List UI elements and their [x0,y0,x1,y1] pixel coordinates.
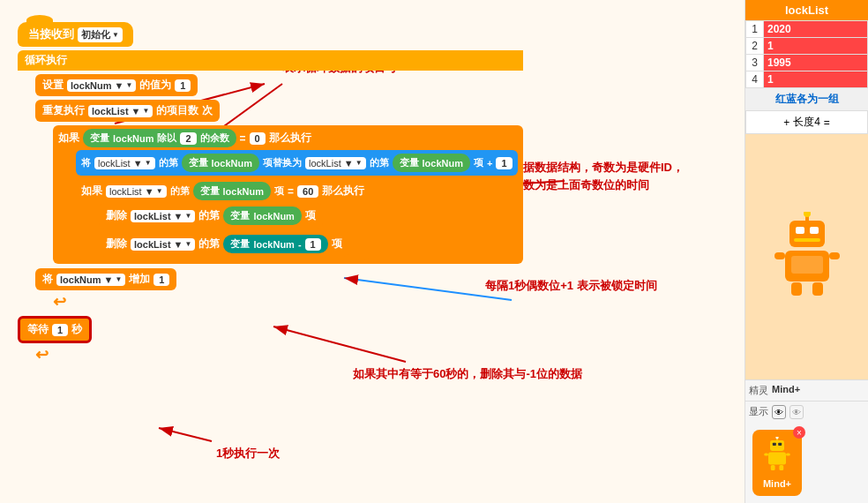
loop-label: 循环执行 [25,54,67,66]
svg-rect-26 [779,465,783,470]
count-label: 的项目数 [156,103,198,118]
locknum-3: lockNum [423,158,463,169]
hide-icon[interactable]: 👁 [789,405,804,419]
remainder-label: 的余数 [200,131,229,145]
minus-label: - [298,239,302,250]
val-1b: 1 [496,157,512,169]
length-row: + 长度4 = [745,110,868,134]
list-row-3: 3 1995 [746,55,868,71]
locklist-dropdown-1[interactable]: lockList ▼ [88,105,153,117]
set-label: 设置 [42,78,64,93]
eq2-label: = [288,185,294,198]
repeat-block[interactable]: 重复执行 lockList ▼ 的项目数 次 [35,100,220,122]
add-btn[interactable]: + [783,116,789,129]
replace-block-container: 将 lockList ▼ 的第 变量 lockNum 项替换为 lockList… [76,150,518,176]
wait-label: 等待 [27,322,49,337]
code-area: 表示循环数据的项目号 根据数据结构，奇数为是硬件ID，偶数为是上面奇数位的时间 … [0,0,745,503]
locknum-var-1: lockNum [113,133,153,144]
the-label-4: 的第 [198,208,220,223]
wait-block[interactable]: 等待 1 秒 [18,316,92,343]
delete-block-2[interactable]: 删除 lockList ▼ 的第 变量 lockNum - 1 [99,231,349,257]
list-val-2: 1 [764,38,868,55]
svg-rect-23 [764,453,768,455]
the-label: 的第 [159,156,178,169]
val-1d: 1 [153,274,169,286]
delete-row-1: 删除 lockList ▼ 的第 变量 lockNum 项 [99,203,364,229]
plus-label: + [487,158,492,169]
svg-rect-19 [770,440,784,451]
sprite-thumb[interactable]: × Mind+ [752,430,802,496]
var-label-3: 变量 [400,156,419,169]
list-title: lockList [745,0,868,20]
locklist-dropdown-3[interactable]: lockList ▼ [305,157,366,169]
item-label-1: 项 [474,156,483,169]
by-label: 增加 [129,272,150,287]
list-num-4: 4 [746,71,764,88]
condition-block[interactable]: 变量 lockNum 除以 2 的余数 [83,129,236,147]
locklist-dropdown-2[interactable]: lockList ▼ [94,157,155,169]
locknum-var-block-2: 变量 lockNum [182,154,259,172]
locknum-var-block-3: 变量 lockNum [393,154,470,172]
will-label: 将 [81,156,91,169]
hat-block-row: 当接收到 初始化 [18,22,523,47]
value-label: 的值为 [139,78,171,93]
times-label: 次 [202,103,213,118]
val-0: 0 [250,132,266,145]
delete-badge[interactable]: × [793,426,805,439]
locknum-dropdown-2[interactable]: lockNum ▼ [56,274,125,286]
svg-point-12 [804,212,811,217]
locknum-4: lockNum [223,186,264,197]
svg-rect-21 [778,443,782,446]
hat-block-stack: 当接收到 初始化 循环执行 设置 lockNum ▼ 的值为 1 [18,22,523,364]
svg-line-6 [159,428,212,441]
set-block[interactable]: 设置 lockNum ▼ 的值为 1 [35,74,198,96]
delete-block-1[interactable]: 删除 lockList ▼ 的第 变量 lockNum 项 [99,203,323,229]
locklist-dropdown-6[interactable]: lockList ▼ [131,238,195,251]
loop-label-block: 循环执行 [18,50,523,71]
if-block-container: 如果 变量 lockNum 除以 2 的余数 = 0 那么执行 [53,125,523,264]
the-label-2: 的第 [370,156,389,169]
list-num-1: 1 [746,21,764,38]
robot-svg [772,212,842,300]
show-icon[interactable]: 👁 [772,405,786,419]
svg-rect-22 [768,453,786,465]
svg-rect-18 [812,282,823,296]
svg-rect-16 [829,252,840,259]
if2-label: 如果 [81,184,102,199]
blocks-area: 表示循环数据的项目号 根据数据结构，奇数为是硬件ID，偶数为是上面奇数位的时间 … [9,9,736,494]
var-label-2: 变量 [189,156,208,169]
item-label-4: 项 [332,236,342,252]
sprite-thumbnails: × Mind+ [745,423,868,503]
locklist-dropdown-4[interactable]: lockList ▼ [106,185,167,198]
length-label: 长度4 [793,115,820,130]
locknum-var-block-5: 变量 lockNum [223,206,301,225]
locklist-dropdown-5[interactable]: lockList ▼ [131,210,195,222]
var-label: 变量 [90,131,109,145]
display-label: 显示 [749,405,768,419]
if-label: 如果 [58,131,79,146]
hat-dropdown[interactable]: 初始化 [78,27,123,42]
locknum-dropdown[interactable]: lockNum ▼ [67,79,136,92]
locknum-5: lockNum [253,211,294,221]
svg-rect-7 [789,221,825,247]
val-60: 60 [297,185,318,198]
the-label-3: 的第 [170,184,190,198]
repeat-label: 重复执行 [42,103,85,118]
sprite-name: Mind+ [772,384,800,397]
inner-if-row: 如果 lockList ▼ 的第 变量 lockNum 项 = 60 那么执行 [81,182,364,200]
sprite-info: 精灵 Mind+ [745,379,868,401]
then2-label: 那么执行 [322,184,364,199]
locknum-var-block-6: 变量 lockNum - 1 [223,235,327,253]
hat-block[interactable]: 当接收到 初始化 [18,22,133,47]
annotation-5: 1秒执行一次 [216,446,280,462]
inner-if-container: 如果 lockList ▼ 的第 变量 lockNum 项 = 60 那么执行 [76,178,370,260]
item-label-2: 项 [274,184,284,198]
increment-block[interactable]: 将 lockNum ▼ 增加 1 [35,268,176,290]
delete-label-1: 删除 [106,208,127,223]
wait-val: 1 [52,324,68,336]
svg-point-28 [775,437,778,439]
list-row-2: 2 1 [746,38,868,55]
main-loop-close: ↩ [35,345,523,364]
item-label-3: 项 [305,208,316,223]
increment-row: 将 lockNum ▼ 增加 1 [35,268,523,290]
